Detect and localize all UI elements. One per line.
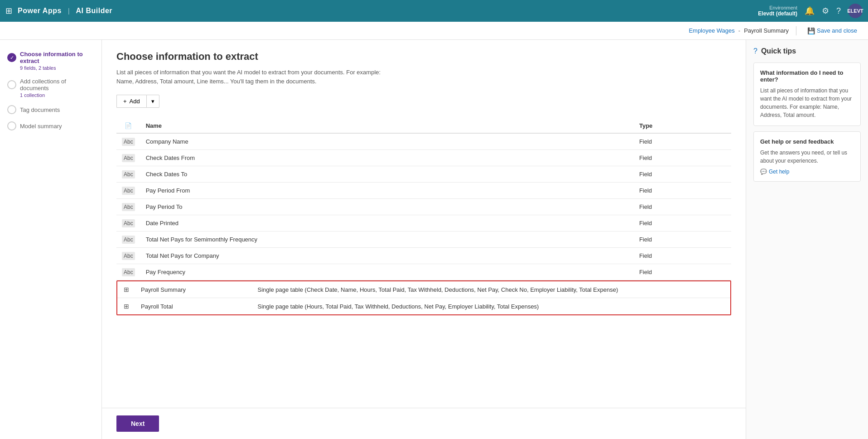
page-title: Choose information to extract xyxy=(116,51,731,63)
nav-right: Environment Elevdt (default) 🔔 ⚙ ? ELEVT xyxy=(758,4,863,18)
field-name: Check Dates From xyxy=(140,150,634,166)
right-panel: ? Quick tips What information do I need … xyxy=(746,40,868,439)
main-layout: ✓ Choose information to extract 9 fields… xyxy=(0,40,868,439)
grid-icon[interactable]: ⊞ xyxy=(5,6,12,16)
content-area: Choose information to extract List all p… xyxy=(102,40,746,439)
field-icon-cell: Abc xyxy=(116,183,140,199)
field-type-icon: Abc xyxy=(122,236,135,244)
field-icon-cell: Abc xyxy=(116,215,140,232)
table-name: Payroll Summary xyxy=(135,281,252,298)
breadcrumb-payroll-summary: Payroll Summary xyxy=(744,27,789,34)
breadcrumb-divider xyxy=(796,26,796,35)
table-header-name: Name xyxy=(140,119,634,133)
get-help-label: Get help xyxy=(769,169,789,175)
field-type-icon: Abc xyxy=(122,170,135,178)
field-name: Pay Frequency xyxy=(140,264,634,280)
field-name: Company Name xyxy=(140,133,634,150)
left-sidebar: ✓ Choose information to extract 9 fields… xyxy=(0,40,102,439)
environment-info: Environment Elevdt (default) xyxy=(758,5,797,17)
sidebar-label-model-summary: Model summary xyxy=(20,123,62,130)
sidebar-label-add-collections: Add collections of documents xyxy=(20,78,94,92)
add-button-group: + Add ▾ xyxy=(116,95,731,108)
table-row: Abc Date Printed Field xyxy=(116,215,731,232)
breadcrumb-employee-wages[interactable]: Employee Wages xyxy=(689,27,734,34)
quick-tips-icon: ? xyxy=(753,47,757,55)
field-type: Field xyxy=(634,232,731,248)
chevron-down-icon: ▾ xyxy=(151,98,154,105)
notification-icon[interactable]: 🔔 xyxy=(805,6,815,16)
field-icon-cell: Abc xyxy=(116,232,140,248)
qp-card-2-title: Get help or send feedback xyxy=(760,138,854,145)
field-type-icon: Abc xyxy=(122,219,135,227)
field-name: Pay Period To xyxy=(140,199,634,215)
next-button[interactable]: Next xyxy=(116,415,159,432)
table-icon-cell: ⊞ xyxy=(117,298,135,315)
add-button[interactable]: + Add xyxy=(116,95,146,108)
sidebar-item-model-summary[interactable]: Model summary xyxy=(0,118,101,134)
sidebar-item-add-collections[interactable]: Add collections of documents 1 collectio… xyxy=(0,74,101,101)
sidebar-sub-add-collections: 1 collection xyxy=(7,92,94,98)
save-close-label: Save and close xyxy=(817,27,857,34)
table-type-desc: Single page table (Hours, Total Paid, Ta… xyxy=(252,298,730,315)
environment-name: Elevdt (default) xyxy=(758,10,797,17)
field-type-icon: Abc xyxy=(122,138,135,146)
help-icon[interactable]: ? xyxy=(836,6,841,16)
sidebar-check-pending-1 xyxy=(7,80,16,89)
nav-left: ⊞ Power Apps | AI Builder xyxy=(5,6,112,16)
field-type: Field xyxy=(634,248,731,264)
table-row: Abc Pay Period To Field xyxy=(116,199,731,215)
qp-card-1-title: What information do I need to enter? xyxy=(760,69,854,83)
quick-tips-card-2: Get help or send feedback Get the answer… xyxy=(753,131,861,182)
field-type-icon: Abc xyxy=(122,154,135,162)
sidebar-item-tag-documents[interactable]: Tag documents xyxy=(0,101,101,118)
user-avatar[interactable]: ELEVT xyxy=(848,4,863,18)
add-button-label: Add xyxy=(130,98,140,105)
quick-tips-header: ? Quick tips xyxy=(753,47,861,55)
field-name: Date Printed xyxy=(140,215,634,232)
qp-card-1-text: List all pieces of information that you … xyxy=(760,87,854,119)
sidebar-check-done: ✓ xyxy=(7,53,16,62)
environment-label: Environment xyxy=(758,5,797,10)
table-header-icon: 📄 xyxy=(116,119,140,133)
field-type: Field xyxy=(634,264,731,280)
table-row: Abc Pay Period From Field xyxy=(116,183,731,199)
field-type: Field xyxy=(634,199,731,215)
field-type: Field xyxy=(634,133,731,150)
field-type-icon: Abc xyxy=(122,187,135,195)
main-content: Choose information to extract List all p… xyxy=(102,40,746,408)
table-row: Abc Company Name Field xyxy=(116,133,731,150)
table-row: Abc Check Dates From Field xyxy=(116,150,731,166)
grid-table-icon: ⊞ xyxy=(124,303,129,310)
top-navigation: ⊞ Power Apps | AI Builder Environment El… xyxy=(0,0,868,22)
grid-table-icon: ⊞ xyxy=(124,286,129,293)
page-description: List all pieces of information that you … xyxy=(116,68,388,86)
chat-icon: 💬 xyxy=(760,169,767,175)
field-type: Field xyxy=(634,150,731,166)
table-name: Payroll Total xyxy=(135,298,252,315)
tables-table: ⊞ Payroll Summary Single page table (Che… xyxy=(117,281,730,314)
bottom-bar: Next xyxy=(102,408,746,439)
field-type: Field xyxy=(634,166,731,183)
table-icon-cell: ⊞ xyxy=(117,281,135,298)
highlighted-tables-section: ⊞ Payroll Summary Single page table (Che… xyxy=(116,280,731,315)
table-row: Abc Check Dates To Field xyxy=(116,166,731,183)
get-help-link[interactable]: 💬 Get help xyxy=(760,169,854,175)
sidebar-item-choose-info[interactable]: ✓ Choose information to extract 9 fields… xyxy=(0,47,101,74)
field-name: Total Net Pays for Company xyxy=(140,248,634,264)
field-name: Check Dates To xyxy=(140,166,634,183)
add-dropdown-button[interactable]: ▾ xyxy=(146,95,159,108)
module-name: AI Builder xyxy=(76,7,113,15)
sidebar-label-choose-info: Choose information to extract xyxy=(20,51,94,64)
nav-separator: | xyxy=(68,7,70,14)
field-icon-cell: Abc xyxy=(116,264,140,280)
breadcrumb-separator: - xyxy=(738,27,740,34)
save-close-button[interactable]: 💾 Save and close xyxy=(804,25,861,36)
add-plus-icon: + xyxy=(123,98,127,105)
settings-icon[interactable]: ⚙ xyxy=(822,6,829,16)
field-icon-cell: Abc xyxy=(116,166,140,183)
quick-tips-card-1: What information do I need to enter? Lis… xyxy=(753,63,861,126)
field-type-icon: Abc xyxy=(122,268,135,276)
qp-card-2-text: Get the answers you need, or tell us abo… xyxy=(760,149,854,165)
file-icon: 📄 xyxy=(125,122,132,129)
save-icon: 💾 xyxy=(807,27,815,34)
